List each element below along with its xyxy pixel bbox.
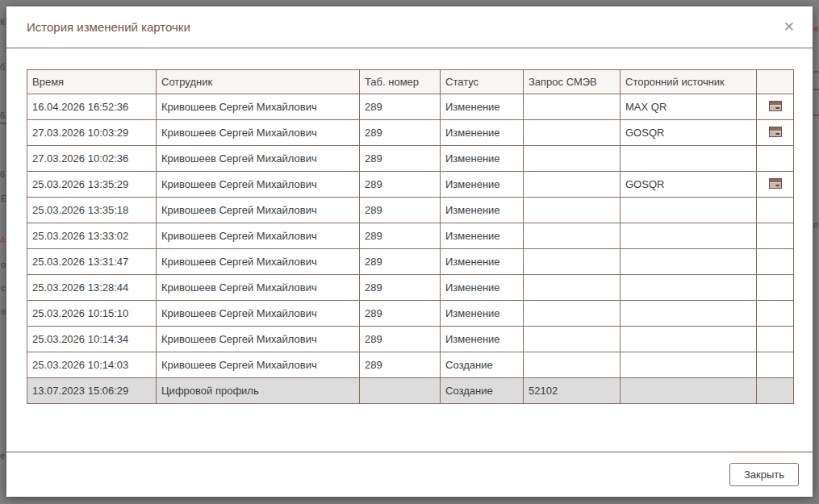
cell-actions — [757, 327, 794, 352]
cell-external-source — [621, 249, 757, 275]
background-line — [813, 115, 819, 116]
cell-tab-number: 289 — [360, 301, 441, 327]
table-row[interactable]: 25.03.2026 13:33:02 Кривошеев Сергей Мих… — [27, 223, 794, 249]
cell-tab-number: 289 — [360, 327, 441, 352]
cell-actions — [757, 352, 794, 378]
table-row[interactable]: 27.03.2026 10:02:36 Кривошеев Сергей Мих… — [27, 146, 794, 172]
cell-time: 25.03.2026 10:15:10 — [27, 301, 157, 327]
cell-employee: Кривошеев Сергей Михайлович — [157, 327, 360, 352]
table-row[interactable]: 25.03.2026 13:28:44 Кривошеев Сергей Мих… — [27, 275, 794, 301]
cell-smev-request — [524, 275, 621, 301]
cell-employee: Кривошеев Сергей Михайлович — [157, 223, 360, 249]
cell-smev-request — [524, 172, 621, 198]
cell-status: Создание — [441, 378, 524, 404]
cell-smev-request — [524, 327, 621, 352]
cell-external-source — [621, 352, 757, 378]
cell-time: 25.03.2026 13:35:29 — [27, 172, 157, 198]
cell-actions — [757, 275, 794, 301]
cell-external-source — [621, 327, 757, 352]
cell-employee: Кривошеев Сергей Михайлович — [157, 249, 360, 275]
cell-actions — [757, 94, 794, 120]
cell-status: Изменение — [441, 172, 524, 198]
column-header-status: Статус — [441, 70, 524, 94]
cell-status: Изменение — [441, 146, 524, 172]
cell-tab-number — [360, 378, 441, 404]
cell-tab-number: 289 — [360, 146, 441, 172]
cell-tab-number: 289 — [360, 352, 441, 378]
column-header-time: Время — [27, 70, 157, 94]
screen: К б. 6. 6 Е △ о с о е я п История измене… — [0, 0, 819, 504]
column-header-external-source: Сторонний источник — [621, 70, 757, 94]
cell-smev-request — [524, 120, 621, 146]
history-table: Время Сотрудник Таб. номер Статус Запрос… — [27, 69, 794, 404]
background-fragment: е — [0, 452, 6, 460]
modal-header: История изменений карточки ✕ — [6, 6, 813, 48]
cell-time: 25.03.2026 10:14:34 — [27, 327, 157, 352]
modal-body: Время Сотрудник Таб. номер Статус Запрос… — [6, 48, 813, 452]
card-icon[interactable] — [769, 178, 782, 189]
table-row[interactable]: 27.03.2026 10:03:29 Кривошеев Сергей Мих… — [27, 120, 794, 146]
cell-external-source: GOSQR — [621, 120, 757, 146]
table-row[interactable]: 25.03.2026 13:35:29 Кривошеев Сергей Мих… — [27, 172, 794, 198]
cell-employee: Кривошеев Сергей Михайлович — [157, 146, 360, 172]
cell-actions — [757, 378, 794, 404]
cell-tab-number: 289 — [360, 223, 441, 249]
cell-smev-request: 52102 — [524, 378, 621, 404]
cell-status: Изменение — [441, 249, 524, 275]
cell-external-source: GOSQR — [621, 172, 757, 198]
table-row[interactable]: 25.03.2026 10:14:03 Кривошеев Сергей Мих… — [27, 352, 794, 378]
cell-status: Изменение — [441, 198, 524, 223]
cell-smev-request — [524, 352, 621, 378]
modal-title: История изменений карточки — [27, 20, 190, 34]
table-row[interactable]: 25.03.2026 13:31:47 Кривошеев Сергей Мих… — [27, 249, 794, 275]
cell-external-source — [621, 146, 757, 172]
cell-status: Изменение — [441, 275, 524, 301]
cell-external-source: MAX QR — [621, 94, 757, 120]
cell-status: Изменение — [441, 120, 524, 146]
cell-time: 27.03.2026 10:03:29 — [27, 120, 157, 146]
close-icon[interactable]: ✕ — [783, 20, 795, 34]
cell-external-source — [621, 301, 757, 327]
cell-external-source — [621, 223, 757, 249]
table-row[interactable]: 16.04.2026 16:52:36 Кривошеев Сергей Мих… — [27, 94, 794, 120]
cell-smev-request — [524, 249, 621, 275]
cell-smev-request — [524, 301, 621, 327]
cell-smev-request — [524, 198, 621, 223]
cell-employee: Кривошеев Сергей Михайлович — [157, 120, 360, 146]
background-fragment: 6 — [0, 170, 6, 179]
background-line — [813, 71, 819, 73]
cell-employee: Кривошеев Сергей Михайлович — [157, 198, 360, 223]
cell-smev-request — [524, 146, 621, 172]
cell-time: 25.03.2026 13:31:47 — [27, 249, 157, 275]
cell-tab-number: 289 — [360, 94, 441, 120]
table-row[interactable]: 13.07.2023 15:06:29 Цифровой профиль Соз… — [27, 378, 794, 404]
cell-time: 25.03.2026 13:28:44 — [27, 275, 157, 301]
cell-time: 25.03.2026 10:14:03 — [27, 352, 157, 378]
background-fragment: К — [0, 18, 6, 27]
modal-footer: Закрыть — [6, 452, 813, 497]
cell-external-source — [621, 198, 757, 223]
cell-actions — [757, 172, 794, 198]
cell-employee: Кривошеев Сергей Михайлович — [157, 172, 360, 198]
cell-status: Изменение — [441, 301, 524, 327]
cell-external-source — [621, 378, 757, 404]
column-header-smev-request: Запрос СМЭВ — [524, 70, 621, 94]
cell-smev-request — [524, 94, 621, 120]
table-row[interactable]: 25.03.2026 13:35:18 Кривошеев Сергей Мих… — [27, 198, 794, 223]
card-icon[interactable] — [769, 127, 782, 137]
cell-status: Изменение — [441, 94, 524, 120]
table-row[interactable]: 25.03.2026 10:15:10 Кривошеев Сергей Мих… — [27, 301, 794, 327]
cell-tab-number: 289 — [360, 120, 441, 146]
cell-employee: Цифровой профиль — [157, 378, 360, 404]
cell-tab-number: 289 — [360, 172, 441, 198]
table-row[interactable]: 25.03.2026 10:14:34 Кривошеев Сергей Мих… — [27, 327, 794, 352]
close-button[interactable]: Закрыть — [729, 463, 799, 486]
cell-time: 27.03.2026 10:02:36 — [27, 146, 157, 172]
background-fragment: 6. — [0, 111, 6, 120]
cell-employee: Кривошеев Сергей Михайлович — [157, 94, 360, 120]
card-icon[interactable] — [769, 101, 782, 111]
cell-actions — [757, 301, 794, 327]
cell-employee: Кривошеев Сергей Михайлович — [157, 275, 360, 301]
history-modal: История изменений карточки ✕ Время Сотру… — [6, 6, 813, 497]
cell-actions — [757, 223, 794, 249]
